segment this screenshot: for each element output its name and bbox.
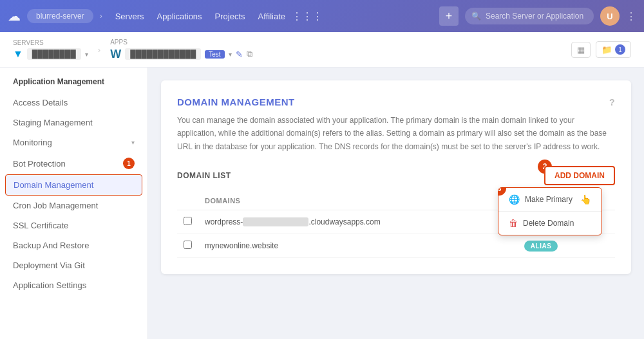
sidebar-item-app-settings[interactable]: Application Settings <box>0 275 147 295</box>
avatar[interactable]: U <box>600 6 620 26</box>
bot-protection-label: Bot Protection <box>13 159 66 169</box>
nav-applications[interactable]: Applications <box>157 12 202 21</box>
domain-list-header: DOMAIN LIST 2 ADD DOMAIN <box>177 166 615 185</box>
apps-section: Apps W ████████████ Test ▾ ✎ ⧉ <box>110 39 252 61</box>
table-row: mynewonline.website ALIAS <box>177 234 615 258</box>
nav-projects[interactable]: Projects <box>215 12 245 21</box>
sidebar-item-domain-management[interactable]: Domain Management <box>5 174 142 196</box>
view-icons: ▦ 📁 1 <box>571 41 631 58</box>
sidebar-item-monitoring[interactable]: Monitoring ▾ <box>0 133 147 152</box>
vultr-icon: ▼ <box>13 48 23 60</box>
section-description: You can manage the domain associated wit… <box>177 114 615 153</box>
help-icon[interactable]: ? <box>609 97 615 107</box>
deployment-label: Deployment Via Git <box>13 261 85 270</box>
add-domain-button[interactable]: ADD DOMAIN <box>544 166 615 185</box>
sidebar-item-ssl[interactable]: SSL Certificate <box>0 215 147 235</box>
top-navigation: ☁ blurred-server › Servers Applications … <box>0 0 644 32</box>
cron-job-label: Cron Job Management <box>13 201 98 210</box>
monitoring-label: Monitoring <box>13 138 52 147</box>
servers-section: Servers ▼ ████████ ▾ <box>13 39 88 60</box>
external-link-icon[interactable]: ⧉ <box>247 49 252 59</box>
alias-badge: ALIAS <box>524 241 558 252</box>
domain-management-title: DOMAIN MANAGEMENT <box>177 96 295 107</box>
delete-domain-menu-item[interactable]: 🗑 Delete Domain <box>498 212 601 235</box>
globe-icon: 🌐 <box>509 194 520 205</box>
make-primary-menu-item[interactable]: 🌐 Make Primary 👆 <box>498 188 601 211</box>
test-badge: Test <box>205 50 224 59</box>
sidebar-item-access-details[interactable]: Access Details <box>0 93 147 113</box>
search-input[interactable] <box>465 8 594 24</box>
sub-navigation: Servers ▼ ████████ ▾ › Apps W ██████████… <box>0 32 644 68</box>
sidebar: Application Management Access Details St… <box>0 68 148 339</box>
main-content: Application Management Access Details St… <box>0 68 644 339</box>
nav-servers[interactable]: Servers <box>115 12 144 21</box>
access-details-label: Access Details <box>13 98 68 107</box>
sidebar-item-cron-job[interactable]: Cron Job Management <box>0 196 147 215</box>
table-view-button[interactable]: ▦ <box>571 42 591 58</box>
folder-view-button[interactable]: 📁 1 <box>596 41 631 58</box>
domain-blur: ████████████ <box>243 217 308 226</box>
app-settings-label: Application Settings <box>13 280 86 290</box>
bot-protection-badge: 1 <box>123 158 135 169</box>
sidebar-item-backup[interactable]: Backup And Restore <box>0 235 147 255</box>
domain-management-label: Domain Management <box>14 180 93 190</box>
row2-domain: mynewonline.website <box>198 234 518 258</box>
ssl-label: SSL Certificate <box>13 221 68 230</box>
logo: ☁ <box>8 8 21 24</box>
row1-checkbox-cell <box>177 210 198 234</box>
sidebar-item-staging[interactable]: Staging Management <box>0 113 147 133</box>
add-domain-wrapper: 2 ADD DOMAIN <box>544 166 615 185</box>
domain-management-card: DOMAIN MANAGEMENT ? You can manage the d… <box>161 80 631 274</box>
cursor-icon: 👆 <box>580 194 591 205</box>
app-value: W ████████████ Test ▾ ✎ ⧉ <box>110 48 252 61</box>
cloud-icon: ☁ <box>8 8 21 24</box>
trash-icon: 🗑 <box>509 218 518 228</box>
server-breadcrumb[interactable]: blurred-server <box>27 9 93 23</box>
sidebar-item-deployment[interactable]: Deployment Via Git <box>0 255 147 275</box>
row2-type: ALIAS <box>518 234 615 258</box>
make-primary-label: Make Primary <box>525 195 573 204</box>
row2-checkbox-cell <box>177 234 198 258</box>
nav-links: Servers Applications Projects Affiliate <box>115 12 285 21</box>
nav-affiliate[interactable]: Affiliate <box>258 12 285 21</box>
more-options-icon[interactable]: ⋮ <box>626 10 636 23</box>
servers-label: Servers <box>13 39 88 46</box>
breadcrumb-divider: › <box>98 45 100 55</box>
wordpress-icon: W <box>110 48 121 61</box>
delete-domain-label: Delete Domain <box>523 219 574 228</box>
sidebar-heading: Application Management <box>0 77 147 93</box>
context-menu: 3 🌐 Make Primary 👆 🗑 Delete Domain <box>498 187 602 235</box>
nav-arrow-icon: › <box>100 12 102 21</box>
add-button[interactable]: + <box>439 6 459 26</box>
row1-domain: wordpress-████████████.cloudwaysapps.com <box>198 210 518 234</box>
apps-label: Apps <box>110 39 252 46</box>
backup-label: Backup And Restore <box>13 241 90 250</box>
section-title: DOMAIN MANAGEMENT ? <box>177 96 615 107</box>
domain-list-title: DOMAIN LIST <box>177 171 231 180</box>
folder-icon: 📁 <box>601 45 612 55</box>
edit-icon[interactable]: ✎ <box>236 50 243 59</box>
content-area: DOMAIN MANAGEMENT ? You can manage the d… <box>148 68 644 339</box>
grid-icon[interactable]: ⋮⋮⋮ <box>292 10 323 23</box>
monitoring-chevron-icon: ▾ <box>131 139 135 146</box>
app-name: ████████████ <box>125 48 201 60</box>
server-name: ████████ <box>27 48 81 60</box>
search-wrapper: 🔍 <box>465 8 594 24</box>
table-wrapper: DOMAINS TYPE wordpress-████████████.clou… <box>177 192 615 258</box>
server-value: ▼ ████████ ▾ <box>13 48 88 60</box>
row2-checkbox[interactable] <box>184 241 192 249</box>
row1-checkbox[interactable] <box>184 217 192 225</box>
table-icon: ▦ <box>577 45 585 55</box>
domains-col-header: DOMAINS <box>198 192 518 210</box>
staging-label: Staging Management <box>13 118 93 127</box>
sidebar-item-bot-protection[interactable]: Bot Protection 1 <box>0 152 147 174</box>
server-chevron-icon[interactable]: ▾ <box>85 51 88 58</box>
app-chevron-icon[interactable]: ▾ <box>229 51 232 58</box>
checkbox-col-header <box>177 192 198 210</box>
folder-count-badge: 1 <box>615 44 625 55</box>
